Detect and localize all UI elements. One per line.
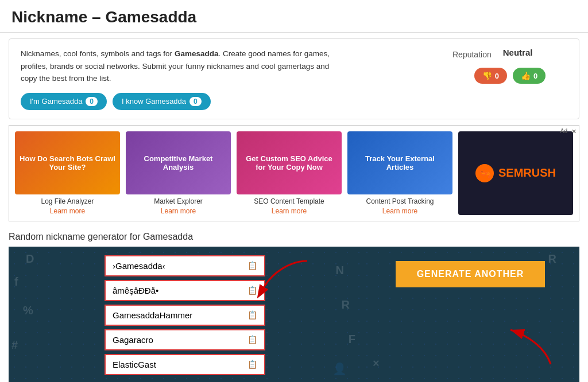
- ad-section: Ad ✕ How Do Search Bots Crawl Your Site?…: [9, 125, 579, 221]
- reputation-value: Neutral: [503, 48, 533, 57]
- dislike-button[interactable]: 👎 0: [474, 68, 507, 84]
- like-count: 0: [533, 72, 537, 80]
- nickname-text-1: âmêşåĐĐå•: [113, 286, 158, 295]
- bg-letter-f: f: [14, 275, 18, 289]
- ad-image-text-4: Track Your External Articles: [352, 154, 448, 171]
- info-buttons: I'm Gamesadda 0 I know Gamesadda 0: [21, 93, 342, 110]
- iknow-btn-count: 0: [189, 97, 202, 106]
- ad-learn-3[interactable]: Learn more: [272, 207, 307, 215]
- im-gamesadda-button[interactable]: I'm Gamesadda 0: [21, 93, 107, 110]
- iknow-gamesadda-button[interactable]: I know Gamesadda 0: [113, 93, 211, 110]
- bg-letter-r: R: [342, 298, 350, 311]
- ad-learn-4[interactable]: Learn more: [382, 207, 417, 215]
- nickname-text-3: Gagaracro: [113, 335, 153, 345]
- ad-grid: How Do Search Bots Crawl Your Site? Log …: [15, 131, 573, 215]
- left-arrow-svg: [261, 255, 319, 295]
- ad-title-1: Log File Analyzer: [41, 197, 94, 205]
- ad-image-text-1: How Do Search Bots Crawl Your Site?: [20, 154, 115, 171]
- generate-another-button[interactable]: GENERATE ANOTHER: [396, 261, 545, 287]
- copy-icon-0[interactable]: 📋: [247, 261, 257, 270]
- info-section: Nicknames, cool fonts, symbols and tags …: [9, 38, 579, 119]
- nickname-text-4: ElasticGast: [113, 360, 156, 369]
- generator-title-wrap: Random nickname generator for Gamesadda: [9, 226, 579, 247]
- generator-title: Random nickname generator for Gamesadda: [9, 232, 193, 241]
- ad-image-3: Get Custom SEO Advice for Your Copy Now: [237, 131, 342, 194]
- desc-prefix: Nicknames, cool fonts, symbols and tags …: [21, 49, 175, 58]
- nickname-item-0[interactable]: ›Gamesadda‹ 📋: [105, 255, 265, 276]
- info-left: Nicknames, cool fonts, symbols and tags …: [21, 48, 342, 110]
- page-wrapper: Nickname – Gamesadda Nicknames, cool fon…: [0, 0, 588, 382]
- info-right: Reputation Neutral 👎 0 👍 0: [452, 48, 567, 84]
- generator-right-panel: R × GENERATE ANOTHER: [361, 247, 579, 382]
- iknow-btn-label: I know Gamesadda: [122, 97, 186, 106]
- ad-item-3: Get Custom SEO Advice for Your Copy Now …: [237, 131, 342, 215]
- bg-letter-r2: R: [548, 252, 556, 266]
- copy-icon-4[interactable]: 📋: [247, 360, 257, 369]
- generator-section: Random nickname generator for Gamesadda …: [9, 226, 579, 382]
- ad-image-2: Competitive Market Analysis: [126, 131, 231, 194]
- nickname-text-0: ›Gamesadda‹: [113, 261, 165, 271]
- bg-letter-d: D: [26, 252, 34, 266]
- copy-icon-3[interactable]: 📋: [247, 335, 257, 344]
- page-title: Nickname – Gamesadda: [11, 8, 577, 26]
- bg-letter-person: 👤: [332, 362, 347, 376]
- ad-title-2: Market Explorer: [154, 197, 203, 205]
- bg-letter-hash: #: [11, 338, 18, 352]
- ad-item-1: How Do Search Bots Crawl Your Site? Log …: [15, 131, 120, 215]
- ad-image-text-2: Competitive Market Analysis: [130, 154, 226, 171]
- reputation-label: Reputation: [452, 50, 492, 59]
- im-btn-label: I'm Gamesadda: [30, 97, 82, 106]
- ad-learn-1[interactable]: Learn more: [50, 207, 85, 215]
- ad-title-3: SEO Content Template: [254, 197, 324, 205]
- reputation-row: Reputation Neutral: [452, 48, 567, 63]
- vote-buttons: 👎 0 👍 0: [452, 68, 567, 84]
- ad-image-4: Track Your External Articles: [347, 131, 452, 194]
- semrush-panel: 🦐 SEMRUSH: [458, 131, 573, 215]
- dislike-count: 0: [495, 72, 499, 80]
- like-icon: 👍: [521, 71, 531, 80]
- ad-image-text-3: Get Custom SEO Advice for Your Copy Now: [241, 154, 337, 171]
- like-button[interactable]: 👍 0: [513, 68, 546, 84]
- copy-icon-1[interactable]: 📋: [247, 286, 257, 295]
- nickname-item-3[interactable]: Gagaracro 📋: [105, 329, 265, 350]
- nickname-item-2[interactable]: GamesaddaHammer 📋: [105, 305, 265, 326]
- ad-title-4: Content Post Tracking: [366, 197, 434, 205]
- right-arrow-svg: [505, 324, 562, 370]
- bg-letter-pct: %: [23, 304, 33, 317]
- nickname-item-1[interactable]: âmêşåĐĐå• 📋: [105, 280, 265, 301]
- im-btn-count: 0: [86, 97, 98, 106]
- ad-label: Ad: [560, 128, 567, 134]
- nickname-text-2: GamesaddaHammer: [113, 310, 192, 320]
- semrush-brand: SEMRUSH: [498, 166, 556, 180]
- bg-letter-f2: F: [349, 333, 355, 346]
- ad-close-button[interactable]: ✕: [571, 128, 577, 135]
- dislike-icon: 👎: [482, 71, 492, 80]
- ad-item-2: Competitive Market Analysis Market Explo…: [126, 131, 231, 215]
- semrush-icon: 🦐: [475, 164, 494, 182]
- ad-item-4: Track Your External Articles Content Pos…: [347, 131, 452, 215]
- generator-content: D f % # N R F 👤: [9, 247, 579, 382]
- nickname-item-4[interactable]: ElasticGast 📋: [105, 354, 265, 375]
- generator-left-panel: D f % # N R F 👤: [9, 247, 361, 382]
- copy-icon-2[interactable]: 📋: [247, 310, 257, 319]
- semrush-logo: 🦐 SEMRUSH: [475, 164, 556, 182]
- ad-learn-2[interactable]: Learn more: [161, 207, 196, 215]
- ad-image-1: How Do Search Bots Crawl Your Site?: [15, 131, 120, 194]
- bg-letter-n: N: [336, 264, 344, 277]
- description: Nicknames, cool fonts, symbols and tags …: [21, 48, 342, 85]
- bg-letter-x: ×: [373, 357, 380, 370]
- nickname-list: ›Gamesadda‹ 📋 âmêşåĐĐå• 📋 GamesaddaHamme…: [105, 255, 265, 379]
- title-bar: Nickname – Gamesadda: [0, 0, 588, 33]
- brand-name: Gamesadda: [175, 49, 219, 58]
